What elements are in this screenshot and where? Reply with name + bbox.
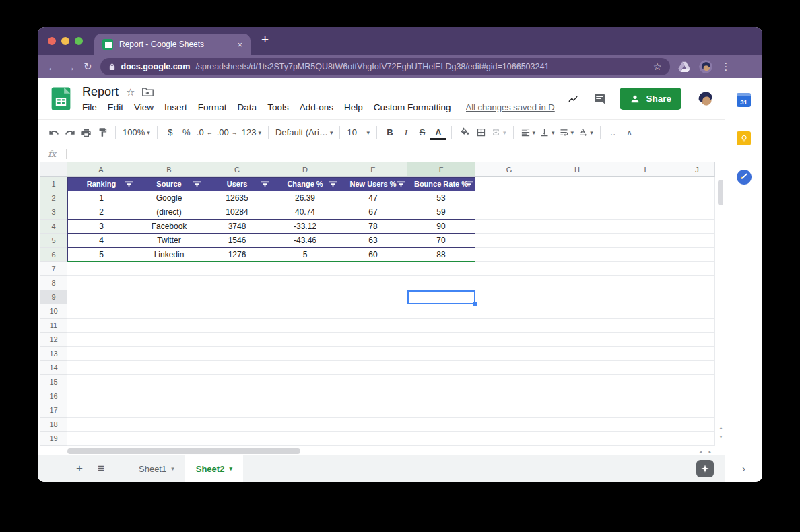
cell-A14[interactable] (67, 361, 135, 375)
cell-H8[interactable] (543, 276, 611, 290)
sheets-logo-icon[interactable] (48, 86, 73, 111)
cell-I8[interactable] (611, 276, 679, 290)
cell-A19[interactable] (67, 432, 135, 446)
cell-J18[interactable] (679, 418, 715, 432)
cell-J8[interactable] (679, 276, 715, 290)
cell-J11[interactable] (679, 319, 715, 333)
cell-J1[interactable] (679, 177, 715, 191)
format-currency-button[interactable]: $ (162, 124, 178, 141)
menu-data[interactable]: Data (232, 101, 263, 114)
cell-E6[interactable]: 60 (339, 248, 407, 262)
address-bar[interactable]: docs.google.com /spreadsheets/d/1ts2STy7… (100, 58, 670, 75)
cell-I14[interactable] (611, 361, 679, 375)
cell-H2[interactable] (543, 191, 611, 205)
cell-F10[interactable] (407, 304, 475, 319)
forward-icon[interactable]: → (65, 61, 75, 73)
select-all-corner[interactable] (40, 162, 67, 177)
cell-G18[interactable] (475, 418, 543, 432)
scroll-left-icon[interactable]: ◂ (699, 449, 702, 455)
cell-E18[interactable] (339, 418, 407, 432)
table-header-cell[interactable]: Change % (271, 177, 339, 191)
cell-G5[interactable] (475, 234, 543, 248)
cell-G7[interactable] (475, 262, 543, 276)
cell-J5[interactable] (679, 234, 715, 248)
row-header-3[interactable]: 3 (40, 205, 67, 220)
cell-E17[interactable] (339, 403, 407, 418)
cell-A10[interactable] (67, 304, 135, 319)
cell-J10[interactable] (679, 304, 715, 319)
cell-D4[interactable]: -33.12 (271, 220, 339, 234)
cell-G2[interactable] (475, 191, 543, 205)
cell-C13[interactable] (203, 347, 271, 361)
cell-A7[interactable] (67, 262, 135, 276)
new-tab-button[interactable]: + (261, 32, 269, 47)
cell-B5[interactable]: Twitter (135, 234, 203, 248)
cell-B18[interactable] (135, 418, 203, 432)
cell-J12[interactable] (679, 333, 715, 347)
cell-C5[interactable]: 1546 (203, 234, 271, 248)
cell-G9[interactable] (475, 290, 543, 304)
decrease-decimal-button[interactable]: .0← (195, 124, 215, 141)
cell-B11[interactable] (135, 319, 203, 333)
cell-D13[interactable] (271, 347, 339, 361)
chevron-down-icon[interactable]: ▾ (171, 465, 174, 472)
cell-E10[interactable] (339, 304, 407, 319)
menu-help[interactable]: Help (339, 101, 368, 114)
cell-C4[interactable]: 3748 (203, 220, 271, 234)
row-header-2[interactable]: 2 (40, 191, 67, 205)
column-header-I[interactable]: I (611, 162, 679, 177)
cell-D7[interactable] (271, 262, 339, 276)
cell-H5[interactable] (543, 234, 611, 248)
cell-H1[interactable] (543, 177, 611, 191)
cell-E16[interactable] (339, 389, 407, 403)
column-header-J[interactable]: J (679, 162, 715, 177)
cell-E19[interactable] (339, 432, 407, 446)
cell-G8[interactable] (475, 276, 543, 290)
cell-D2[interactable]: 26.39 (271, 191, 339, 205)
cell-G14[interactable] (475, 361, 543, 375)
row-header-12[interactable]: 12 (40, 333, 67, 347)
column-header-G[interactable]: G (475, 162, 543, 177)
paint-format-button[interactable] (94, 124, 110, 141)
cell-I16[interactable] (611, 389, 679, 403)
row-header-10[interactable]: 10 (40, 304, 67, 319)
zoom-window-button[interactable] (75, 37, 83, 45)
row-header-11[interactable]: 11 (40, 319, 67, 333)
cell-H11[interactable] (543, 319, 611, 333)
cell-F11[interactable] (407, 319, 475, 333)
row-header-17[interactable]: 17 (40, 403, 67, 418)
cell-A6[interactable]: 5 (67, 248, 135, 262)
increase-decimal-button[interactable]: .00→ (215, 124, 240, 141)
cell-A12[interactable] (67, 333, 135, 347)
cell-B9[interactable] (135, 290, 203, 304)
vertical-scrollbar[interactable]: ▴ ▾ (716, 177, 725, 446)
cell-D14[interactable] (271, 361, 339, 375)
cell-I9[interactable] (611, 290, 679, 304)
horizontal-scrollbar-thumb[interactable] (67, 448, 300, 454)
cell-C2[interactable]: 12635 (203, 191, 271, 205)
add-sheet-button[interactable]: + (69, 462, 90, 475)
sheet-tab-sheet2[interactable]: Sheet2▾ (185, 455, 243, 482)
cell-J3[interactable] (679, 205, 715, 220)
cell-G1[interactable] (475, 177, 543, 191)
cell-A11[interactable] (67, 319, 135, 333)
cell-H17[interactable] (543, 403, 611, 418)
cell-F15[interactable] (407, 375, 475, 389)
formula-bar[interactable]: fx (38, 145, 725, 162)
print-button[interactable] (78, 124, 94, 141)
borders-button[interactable] (473, 124, 489, 141)
cell-H13[interactable] (543, 347, 611, 361)
collapse-toolbar-button[interactable]: ∧ (622, 124, 638, 141)
cell-C3[interactable]: 10284 (203, 205, 271, 220)
all-sheets-icon[interactable]: ≡ (90, 462, 112, 475)
cell-E11[interactable] (339, 319, 407, 333)
menu-edit[interactable]: Edit (102, 101, 129, 114)
cell-E5[interactable]: 63 (339, 234, 407, 248)
insights-icon[interactable] (566, 94, 580, 104)
cell-I18[interactable] (611, 418, 679, 432)
cell-B19[interactable] (135, 432, 203, 446)
cell-I1[interactable] (611, 177, 679, 191)
text-rotation-button[interactable]: ▾ (576, 124, 595, 141)
cell-C19[interactable] (203, 432, 271, 446)
cell-D5[interactable]: -43.46 (271, 234, 339, 248)
